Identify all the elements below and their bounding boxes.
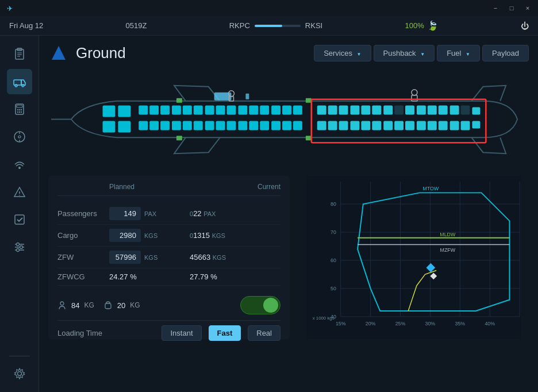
maximize-button[interactable]: □ xyxy=(507,3,516,13)
svg-text:80: 80 xyxy=(331,201,336,207)
svg-rect-49 xyxy=(183,106,192,115)
header-row: Ground Services ▼ Pushback ▼ Fuel ▼ Payl… xyxy=(39,36,538,68)
sidebar-item-sliders[interactable] xyxy=(7,235,32,260)
svg-rect-63 xyxy=(238,121,247,130)
person-weight-unit: KG xyxy=(84,301,94,309)
cargo-row: Cargo 2980 KGS 01315 KGS xyxy=(57,225,280,247)
sidebar-item-calculator[interactable] xyxy=(7,97,32,122)
instant-button[interactable]: Instant xyxy=(162,325,201,341)
data-panel: Planned Current Passengers 149 PAX 022 P… xyxy=(48,176,290,339)
data-panel-header: Planned Current xyxy=(57,183,280,196)
svg-rect-76 xyxy=(317,121,326,130)
svg-rect-58 xyxy=(216,121,225,130)
cargo-planned-unit: KGS xyxy=(144,232,157,239)
page-title: Ground xyxy=(76,44,126,62)
fuel-button[interactable]: Fuel ▼ xyxy=(437,45,480,62)
main-content: Ground Services ▼ Pushback ▼ Fuel ▼ Payl… xyxy=(39,36,538,392)
time-display: 0519Z xyxy=(126,21,147,30)
svg-rect-84 xyxy=(372,121,381,130)
window-controls[interactable]: − □ × xyxy=(491,3,532,13)
svg-text:MLDW: MLDW xyxy=(440,232,456,237)
sidebar-item-truck[interactable] xyxy=(7,69,32,94)
bag-weight-val: 20 xyxy=(117,301,125,310)
route-progress-bar xyxy=(255,25,301,27)
sidebar xyxy=(0,36,39,392)
loading-toggle[interactable] xyxy=(240,296,280,314)
close-button[interactable]: × xyxy=(523,3,532,13)
sidebar-item-warning[interactable] xyxy=(7,179,32,205)
passengers-planned: 149 PAX xyxy=(109,207,190,220)
passengers-current-val: 022 PAX xyxy=(190,209,216,218)
warning-icon xyxy=(13,186,26,198)
svg-rect-83 xyxy=(361,121,370,130)
svg-rect-45 xyxy=(139,121,148,130)
airport-info: RKPC RKSI xyxy=(229,21,322,30)
app-icon: ✈ xyxy=(6,3,15,13)
svg-marker-33 xyxy=(52,46,66,60)
svg-rect-78 xyxy=(339,121,348,130)
svg-point-17 xyxy=(20,112,21,113)
minimize-button[interactable]: − xyxy=(491,3,500,13)
zfwcg-planned: 24.27 % xyxy=(109,272,190,281)
sidebar-item-clipboard[interactable] xyxy=(7,41,32,67)
zfw-current-val: 45663 KGS xyxy=(190,253,226,262)
compass-icon xyxy=(13,130,26,143)
svg-rect-52 xyxy=(183,121,192,130)
sidebar-item-compass[interactable] xyxy=(7,124,32,149)
date-display: Fri Aug 12 xyxy=(9,21,43,30)
svg-rect-81 xyxy=(372,106,381,115)
sidebar-item-settings[interactable] xyxy=(7,361,32,386)
svg-rect-11 xyxy=(17,105,22,107)
svg-rect-40 xyxy=(118,106,130,117)
zfwcg-current-val: 27.79 % xyxy=(190,272,217,281)
checklist-icon xyxy=(13,213,26,226)
svg-text:MZFW: MZFW xyxy=(440,247,456,253)
real-button[interactable]: Real xyxy=(248,325,280,341)
svg-rect-92 xyxy=(428,106,437,115)
svg-rect-25 xyxy=(15,215,24,224)
loading-time-label: Loading Time xyxy=(57,329,155,337)
svg-rect-100 xyxy=(461,121,470,130)
clipboard-icon xyxy=(13,48,26,60)
svg-rect-69 xyxy=(271,121,280,130)
svg-point-13 xyxy=(18,109,20,110)
cargo-planned-val[interactable]: 2980 xyxy=(109,229,141,242)
svg-point-15 xyxy=(17,112,18,113)
svg-point-30 xyxy=(20,246,22,249)
svg-rect-59 xyxy=(227,121,236,130)
svg-text:25%: 25% xyxy=(395,321,406,326)
pushback-button[interactable]: Pushback ▼ xyxy=(374,45,435,62)
fast-button[interactable]: Fast xyxy=(209,325,241,341)
passengers-planned-val[interactable]: 149 xyxy=(109,207,141,220)
svg-rect-104 xyxy=(245,94,249,99)
svg-rect-35 xyxy=(176,136,182,140)
svg-rect-96 xyxy=(439,121,448,130)
zfw-planned-val[interactable]: 57996 xyxy=(109,251,141,264)
sidebar-item-signal[interactable] xyxy=(7,152,32,177)
svg-rect-90 xyxy=(405,121,414,130)
svg-rect-79 xyxy=(350,106,359,115)
svg-point-24 xyxy=(19,195,20,196)
svg-rect-75 xyxy=(339,106,348,115)
payload-button[interactable]: Payload xyxy=(482,45,529,62)
svg-point-14 xyxy=(20,109,21,110)
svg-rect-89 xyxy=(394,121,403,130)
sidebar-item-checklist[interactable] xyxy=(7,207,32,232)
zfw-label: ZFW xyxy=(57,253,109,262)
sidebar-divider xyxy=(9,356,30,356)
svg-rect-88 xyxy=(383,121,393,130)
services-button[interactable]: Services ▼ xyxy=(314,45,371,62)
person-weight-display: 84 KG 20 KG xyxy=(57,301,140,310)
zfwcg-current: 27.79 % xyxy=(190,272,280,281)
zfw-planned: 57996 KGS xyxy=(109,251,190,264)
top-bar: Fri Aug 12 0519Z RKPC RKSI 100% 🍃 ⏻ xyxy=(0,16,538,36)
svg-rect-87 xyxy=(405,106,414,115)
svg-rect-68 xyxy=(293,106,302,115)
passengers-planned-unit: PAX xyxy=(144,210,156,217)
bottom-section: Planned Current Passengers 149 PAX 022 P… xyxy=(39,171,538,344)
power-button[interactable]: ⏻ xyxy=(521,21,529,30)
cargo-label: Cargo xyxy=(57,231,109,240)
toggle-circle xyxy=(263,298,278,313)
person-weight-val: 84 xyxy=(71,301,79,310)
cargo-current: 01315 KGS xyxy=(190,231,280,240)
